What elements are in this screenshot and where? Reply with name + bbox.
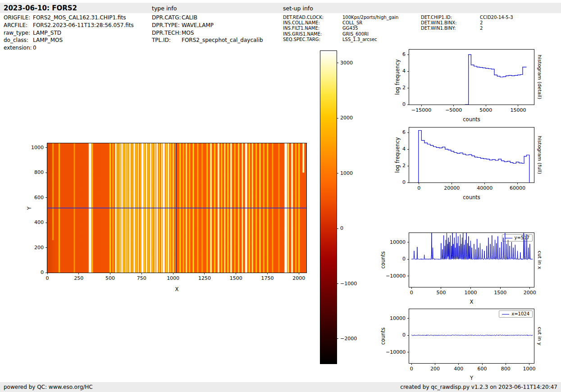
x-tick-mark xyxy=(517,182,518,184)
x-tick-mark xyxy=(441,287,441,289)
colorbar-tick-mark xyxy=(337,228,338,229)
colorbar: 3000200010000−1000−2000 xyxy=(320,50,337,364)
y-tick-label: 600 xyxy=(27,195,44,201)
x-tick-mark xyxy=(506,363,506,365)
cut-x-data xyxy=(409,233,534,287)
x-tick-mark xyxy=(299,273,299,274)
x-tick-mark xyxy=(236,273,236,274)
x-axis-label: counts xyxy=(463,116,480,123)
x-tick-mark xyxy=(141,273,142,274)
x-tick-label: 2000 xyxy=(292,275,305,281)
right-side-label: histogram (detail) xyxy=(537,55,543,100)
x-tick-label: 2000 xyxy=(524,290,536,296)
colorbar-tick-label: 0 xyxy=(340,225,343,231)
x-tick-mark xyxy=(78,273,79,274)
y-tick-label: 0 xyxy=(27,269,44,275)
x-tick-label: 1000 xyxy=(523,366,536,372)
x-tick-mark xyxy=(529,363,529,365)
x-tick-label: 600 xyxy=(478,366,487,372)
y-tick-label: 400 xyxy=(27,219,44,225)
y-tick-label: 0 xyxy=(386,256,406,262)
cut-y-plot: 02004006008001000−10000010000Ycountscut … xyxy=(409,309,534,363)
colorbar-tick-mark xyxy=(337,118,338,119)
x-tick-mark xyxy=(47,273,48,274)
x-tick-mark xyxy=(484,182,485,184)
y-tick-label: −10000 xyxy=(386,349,406,355)
right-side-label: histogram (full) xyxy=(537,136,543,174)
x-tick-label: 200 xyxy=(430,366,440,372)
right-side-label: cut in y xyxy=(537,327,543,346)
colorbar-tick-mark xyxy=(337,173,338,173)
right-side-label: cut in x xyxy=(537,251,543,269)
x-tick-mark xyxy=(500,287,501,289)
histogram-full-plot: 02000040000600000246countslog frequencyh… xyxy=(409,128,534,182)
y-tick-label: 10000 xyxy=(386,315,406,321)
x-tick-label: 0 xyxy=(417,185,420,191)
x-tick-label: 1500 xyxy=(494,290,506,296)
x-tick-label: 1000 xyxy=(167,275,179,281)
colorbar-tick-label: 3000 xyxy=(340,60,353,66)
y-tick-label: 200 xyxy=(27,245,44,251)
x-tick-mark xyxy=(421,105,422,106)
y-tick-label: 10000 xyxy=(386,239,406,245)
x-tick-label: 1250 xyxy=(198,275,211,281)
x-tick-mark xyxy=(529,287,530,289)
x-tick-mark xyxy=(518,105,518,106)
x-tick-label: 5000 xyxy=(479,107,492,113)
qc-rawdisp-page: 2023-06-10: FORS2 type info set-up info … xyxy=(0,0,561,392)
x-tick-mark xyxy=(470,287,471,289)
histogram-detail-plot: −15000−50005000150000246countslog freque… xyxy=(409,50,534,105)
cut-x-plot: 0500100015002000−10000010000Xcountscut i… xyxy=(409,233,534,287)
colorbar-tick-mark xyxy=(337,338,338,339)
x-tick-mark xyxy=(482,363,483,365)
footer-powered-by: powered by QC: www.eso.org/HC xyxy=(4,384,93,390)
x-tick-label: 1750 xyxy=(261,275,274,281)
x-tick-label: 1000 xyxy=(465,290,477,296)
x-tick-label: 250 xyxy=(74,275,83,281)
y-axis-label: log frequency xyxy=(394,59,401,95)
y-tick-label: 0 xyxy=(396,179,406,185)
x-axis-label: X xyxy=(470,299,474,305)
x-tick-mark xyxy=(411,363,412,365)
y-axis-label: log frequency xyxy=(394,137,401,173)
y-tick-label: 0 xyxy=(386,332,406,338)
x-tick-mark xyxy=(486,105,486,106)
x-tick-mark xyxy=(452,182,452,184)
y-tick-label: 1000 xyxy=(27,145,44,150)
x-axis-label: Y xyxy=(470,375,473,381)
x-tick-label: 0 xyxy=(410,290,413,296)
x-tick-label: −15000 xyxy=(411,107,431,113)
x-tick-mark xyxy=(173,273,173,274)
y-tick-label: 800 xyxy=(27,169,44,175)
x-tick-label: 20000 xyxy=(444,185,460,191)
x-axis-label: X xyxy=(175,286,179,292)
histogram-full-data xyxy=(409,128,534,182)
colorbar-tick-label: −2000 xyxy=(340,336,357,342)
y-axis-label: counts xyxy=(380,251,386,269)
x-tick-label: 0 xyxy=(46,275,49,281)
y-tick-label: 6 xyxy=(396,51,406,57)
footer-created-by: created by qc_rawdisp.py v1.2.3 on 2023-… xyxy=(400,384,557,390)
colorbar-tick-mark xyxy=(337,283,338,284)
x-tick-label: 1500 xyxy=(230,275,242,281)
x-tick-mark xyxy=(110,273,110,274)
cut-y-data xyxy=(409,309,534,363)
y-tick-label: 0 xyxy=(396,101,406,107)
colorbar-tick-mark xyxy=(337,63,338,63)
x-tick-label: 15000 xyxy=(510,107,526,113)
x-tick-label: 0 xyxy=(410,366,413,372)
x-tick-mark xyxy=(204,273,205,274)
x-axis-label: counts xyxy=(463,194,480,201)
x-tick-label: 500 xyxy=(105,275,115,281)
x-tick-mark xyxy=(435,363,435,365)
y-tick-label: −10000 xyxy=(386,273,406,279)
plots-area: −15000−50005000150000246countslog freque… xyxy=(0,0,561,392)
y-axis-label: Y xyxy=(26,206,32,210)
x-tick-label: 400 xyxy=(454,366,463,372)
x-tick-label: 40000 xyxy=(477,185,493,191)
x-tick-label: 500 xyxy=(436,290,446,296)
x-tick-mark xyxy=(419,182,419,184)
colorbar-tick-label: −1000 xyxy=(340,281,357,287)
colorbar-tick-label: 2000 xyxy=(340,115,353,121)
y-axis-label: counts xyxy=(380,328,386,345)
